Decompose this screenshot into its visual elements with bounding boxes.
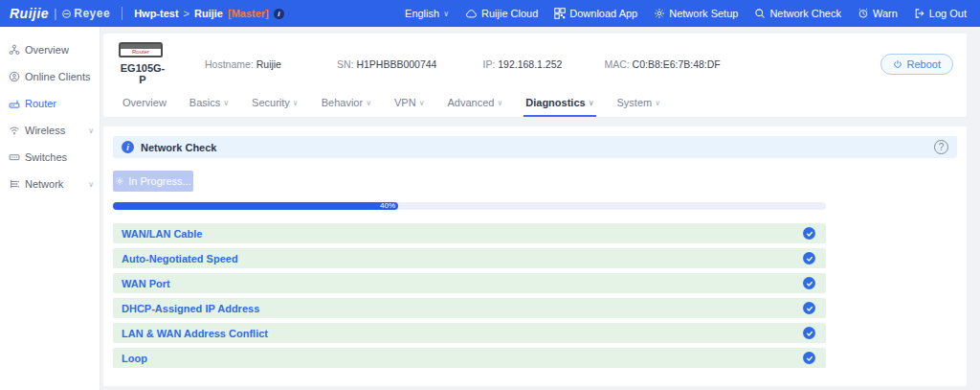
breadcrumb-separator: > xyxy=(184,8,189,19)
router-image-label: Router xyxy=(132,49,149,55)
sidebar-item-label: Overview xyxy=(25,44,69,56)
sidebar-item-overview[interactable]: Overview xyxy=(0,36,100,63)
network-check-panel: i Network Check ? In Progress... 40% WAN… xyxy=(103,126,967,386)
router-icon xyxy=(9,98,20,109)
sidebar-item-switches[interactable]: Switches xyxy=(0,144,100,171)
breadcrumb-network[interactable]: Hwp-test xyxy=(134,8,178,19)
brand-divider: | xyxy=(54,7,56,20)
main-content: Router EG105G-P Hostname: Ruijie SN: H1P… xyxy=(100,27,980,390)
breadcrumb: Hwp-test > Ruijie [Master] i xyxy=(134,8,284,19)
sidebar-item-label: Switches xyxy=(25,151,67,163)
cloud-icon xyxy=(465,8,478,20)
chevron-down-icon: ∨ xyxy=(223,99,229,107)
check-row-dhcp-assigned-ip: DHCP-Assigned IP Address xyxy=(113,298,826,318)
check-list: WAN/LAN Cable Auto-Negotiated Speed WAN … xyxy=(113,223,957,368)
check-row-lan-wan-conflict: LAN & WAN Address Conflict xyxy=(113,323,826,343)
serial-number-field: SN: H1PHBBB000744 xyxy=(337,58,437,70)
tab-diagnostics[interactable]: Diagnostics∨ xyxy=(523,95,595,117)
brand-ruijie: Ruijie xyxy=(10,6,49,21)
network-setup-link[interactable]: Network Setup xyxy=(654,8,738,19)
warn-link[interactable]: Warn xyxy=(858,8,898,19)
check-pass-icon xyxy=(803,277,815,289)
wireless-icon xyxy=(9,125,20,136)
gear-icon xyxy=(654,8,665,19)
magnifier-icon xyxy=(754,8,766,19)
language-selector[interactable]: English ∨ xyxy=(405,8,449,19)
sidebar-item-online-clients[interactable]: Online Clients xyxy=(0,63,100,90)
sidebar-item-label: Router xyxy=(25,98,56,109)
network-check-link[interactable]: Network Check xyxy=(754,8,841,19)
tab-basics[interactable]: Basics∨ xyxy=(188,95,231,117)
device-info-row: Router EG105G-P Hostname: Ruijie SN: H1P… xyxy=(117,42,953,85)
check-pass-icon xyxy=(803,352,815,364)
chevron-down-icon: ∨ xyxy=(293,99,299,107)
online-clients-icon xyxy=(9,71,20,82)
sidebar-item-label: Wireless xyxy=(25,125,65,136)
chevron-down-icon: ∨ xyxy=(497,99,502,107)
topbar-divider xyxy=(122,7,122,20)
ip-value: 192.168.1.252 xyxy=(498,58,562,70)
alarm-icon xyxy=(858,8,869,19)
breadcrumb-device[interactable]: Ruijie xyxy=(194,8,223,19)
check-pass-icon xyxy=(803,327,815,339)
panel-title: Network Check xyxy=(141,142,216,153)
network-icon xyxy=(9,178,20,190)
chevron-down-icon: ∨ xyxy=(88,180,94,189)
loading-gear-icon xyxy=(115,176,124,186)
in-progress-button[interactable]: In Progress... xyxy=(113,171,193,192)
hostname-value: Ruijie xyxy=(256,58,281,70)
topbar-menu: English ∨ Ruijie Cloud Download App Netw… xyxy=(405,8,967,20)
device-visual: Router EG105G-P xyxy=(117,42,165,85)
ip-field: IP: 192.168.1.252 xyxy=(482,58,562,70)
tab-overview[interactable]: Overview xyxy=(121,95,168,117)
info-icon: i xyxy=(122,141,134,153)
sidebar-item-label: Network xyxy=(25,178,63,190)
mac-field: MAC: C0:B8:E6:7B:48:DF xyxy=(604,58,720,70)
chevron-down-icon: ∨ xyxy=(655,99,660,107)
progress-percent: 40% xyxy=(380,202,395,210)
logout-icon xyxy=(914,8,925,19)
check-pass-icon xyxy=(803,302,815,314)
reboot-button[interactable]: Reboot xyxy=(880,54,953,75)
chevron-down-icon: ∨ xyxy=(366,99,371,107)
mac-value: C0:B8:E6:7B:48:DF xyxy=(633,58,721,70)
sidebar-item-network[interactable]: Network ∨ xyxy=(0,171,100,197)
check-pass-icon xyxy=(803,252,815,264)
power-icon xyxy=(893,59,902,69)
ruijie-cloud-link[interactable]: Ruijie Cloud xyxy=(465,8,538,20)
tab-security[interactable]: Security∨ xyxy=(250,95,301,117)
serial-number-value: H1PHBBB000744 xyxy=(356,58,436,70)
qr-code-icon xyxy=(554,8,566,19)
brand-reyee: Reyee xyxy=(61,7,110,20)
progress-fill: 40% xyxy=(113,202,398,210)
tab-system[interactable]: System∨ xyxy=(615,95,663,117)
sidebar-item-label: Online Clients xyxy=(25,71,90,82)
download-app-link[interactable]: Download App xyxy=(554,8,637,19)
master-badge: [Master] xyxy=(228,8,269,19)
reyee-logo-icon xyxy=(61,9,72,19)
check-row-loop: Loop xyxy=(113,348,826,368)
sidebar-item-router[interactable]: Router xyxy=(0,90,100,117)
help-icon[interactable]: ? xyxy=(934,140,948,154)
device-tabs: Overview Basics∨ Security∨ Behavior∨ VPN… xyxy=(117,95,953,117)
tab-vpn[interactable]: VPN∨ xyxy=(392,95,426,117)
chevron-down-icon: ∨ xyxy=(419,99,425,107)
sidebar: Overview Online Clients Router Wireless … xyxy=(0,27,100,390)
brand-logo[interactable]: Ruijie | Reyee xyxy=(10,6,110,21)
router-image: Router xyxy=(119,42,163,57)
chevron-down-icon: ∨ xyxy=(443,10,449,18)
hostname-field: Hostname: Ruijie xyxy=(205,58,281,70)
progress-bar: 40% xyxy=(113,202,826,210)
tab-advanced[interactable]: Advanced∨ xyxy=(445,95,504,117)
master-info-icon[interactable]: i xyxy=(274,9,284,19)
panel-header: i Network Check ? xyxy=(113,136,957,158)
overview-icon xyxy=(9,44,20,56)
check-row-wan-port: WAN Port xyxy=(113,273,826,293)
device-model: EG105G-P xyxy=(117,62,165,85)
device-card: Router EG105G-P Hostname: Ruijie SN: H1P… xyxy=(103,34,967,117)
sidebar-item-wireless[interactable]: Wireless ∨ xyxy=(0,117,100,144)
top-bar: Ruijie | Reyee Hwp-test > Ruijie [Master… xyxy=(0,0,980,27)
log-out-link[interactable]: Log Out xyxy=(914,8,967,19)
tab-behavior[interactable]: Behavior∨ xyxy=(320,95,373,117)
check-row-auto-negotiated-speed: Auto-Negotiated Speed xyxy=(113,248,826,268)
